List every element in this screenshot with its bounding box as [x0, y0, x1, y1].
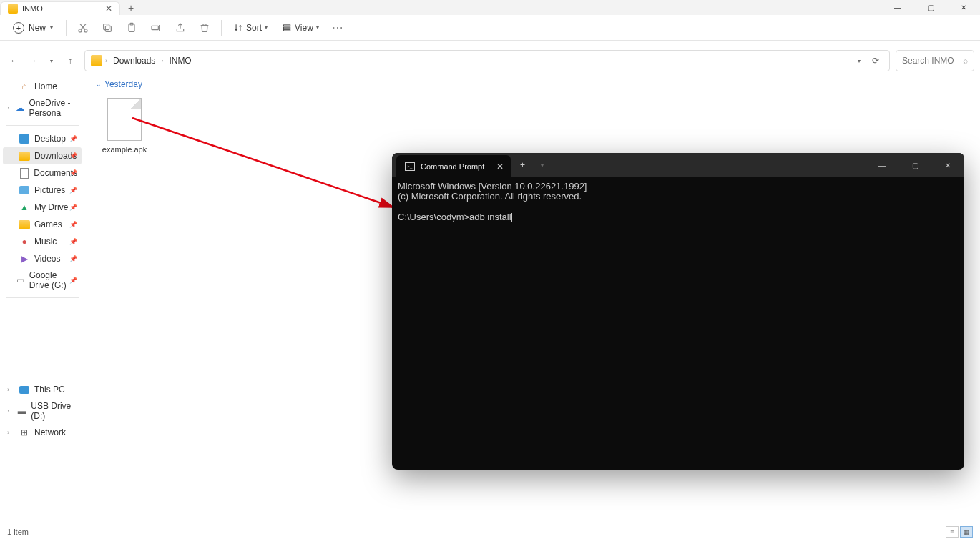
icons-view-button[interactable]: ▦	[960, 526, 973, 538]
details-view-button[interactable]: ≡	[946, 526, 959, 538]
pin-icon: 📌	[69, 255, 77, 262]
cmd-close-button[interactable]: ✕	[931, 153, 964, 177]
cmd-titlebar: >_ Command Prompt ✕ + ▾ — ▢ ✕	[392, 153, 964, 177]
sidebar-item-label: Music	[34, 237, 57, 247]
maximize-button[interactable]: ▢	[914, 0, 947, 15]
breadcrumb-downloads[interactable]: Downloads	[110, 54, 158, 67]
paste-button[interactable]	[121, 18, 142, 38]
plus-icon: +	[13, 22, 24, 34]
tab-title: INMO	[22, 4, 101, 13]
view-button[interactable]: View ▾	[276, 20, 325, 36]
pc-icon	[19, 384, 30, 395]
cmd-tab[interactable]: >_ Command Prompt ✕	[396, 155, 511, 177]
sidebar-item-home[interactable]: ⌂ Home	[3, 78, 82, 95]
titlebar: INMO ✕ + — ▢ ✕	[0, 0, 980, 15]
chevron-right-icon: ›	[7, 104, 11, 112]
cmd-output[interactable]: Microsoft Windows [Version 10.0.22621.19…	[392, 177, 964, 227]
minimize-button[interactable]: —	[881, 0, 914, 15]
breadcrumb-inmo[interactable]: INMO	[166, 54, 194, 67]
sidebar-item-label: Games	[34, 219, 62, 229]
cmd-maximize-button[interactable]: ▢	[898, 153, 931, 177]
cmd-line-3: C:\Users\codym>adb install	[398, 212, 511, 222]
sidebar-item-pictures[interactable]: Pictures📌	[3, 182, 82, 199]
new-tab-button[interactable]: +	[120, 0, 142, 15]
cloud-icon: ☁	[16, 102, 24, 114]
music-icon: ●	[19, 236, 30, 247]
sidebar-item-label: Videos	[34, 254, 60, 264]
terminal-icon: >_	[405, 162, 415, 171]
more-button[interactable]: ···	[328, 18, 349, 38]
pin-icon: 📌	[69, 135, 77, 142]
sidebar-item-usb-drive-d-[interactable]: ›▬USB Drive (D:)	[3, 398, 82, 424]
desktop-icon	[19, 133, 30, 144]
recent-button[interactable]: ▾	[46, 55, 57, 66]
group-header-yesterday[interactable]: ⌄ Yesterday	[96, 76, 969, 92]
cursor	[511, 213, 512, 222]
refresh-button[interactable]: ⟳	[868, 56, 883, 66]
gdrive-icon: ▲	[19, 202, 30, 213]
sidebar-item-label: USB Drive (D:)	[31, 401, 77, 421]
svg-rect-9	[283, 29, 290, 31]
new-button[interactable]: + New ▾	[6, 19, 60, 36]
chevron-right-icon: ›	[105, 57, 107, 64]
chevron-right-icon: ›	[7, 386, 14, 393]
sidebar-item-downloads[interactable]: Downloads📌	[3, 147, 82, 164]
chevron-down-icon: ⌄	[96, 81, 102, 88]
address-bar[interactable]: › Downloads › INMO ▾ ⟳	[84, 50, 890, 71]
chevron-down-icon: ▾	[50, 24, 53, 31]
window-controls: — ▢ ✕	[881, 0, 980, 15]
sort-button[interactable]: Sort ▾	[227, 20, 273, 36]
view-toggle: ≡ ▦	[946, 526, 973, 538]
new-label: New	[29, 23, 46, 33]
copy-button[interactable]	[97, 18, 118, 38]
cmd-tab-close-icon[interactable]: ✕	[496, 162, 504, 172]
back-button[interactable]: ←	[9, 55, 20, 66]
tab-close-icon[interactable]: ✕	[105, 4, 112, 14]
svg-rect-6	[152, 26, 158, 29]
rename-button[interactable]	[145, 18, 167, 38]
file-item[interactable]: example.apk	[96, 98, 153, 154]
drive-icon: ▭	[16, 275, 24, 286]
command-prompt-window: >_ Command Prompt ✕ + ▾ — ▢ ✕ Microsoft …	[392, 153, 964, 470]
folder-icon	[91, 55, 102, 66]
pin-icon: 📌	[69, 238, 77, 245]
cmd-minimize-button[interactable]: —	[866, 153, 898, 177]
cut-button[interactable]	[72, 18, 94, 38]
up-button[interactable]: ↑	[64, 55, 76, 66]
svg-rect-2	[105, 26, 111, 31]
pin-icon: 📌	[69, 152, 77, 159]
cmd-line-1: (c) Microsoft Corporation. All rights re…	[398, 191, 582, 202]
sidebar-item-onedrive[interactable]: › ☁ OneDrive - Persona	[3, 95, 82, 121]
chevron-right-icon: ›	[7, 429, 14, 436]
delete-button[interactable]	[194, 18, 215, 38]
sidebar: ⌂ Home › ☁ OneDrive - Persona Desktop📌Do…	[0, 74, 84, 525]
sidebar-item-videos[interactable]: ▶Videos📌	[3, 250, 82, 267]
address-dropdown-icon[interactable]: ▾	[853, 58, 865, 64]
home-icon: ⌂	[19, 81, 30, 92]
close-button[interactable]: ✕	[947, 0, 980, 15]
explorer-tab[interactable]: INMO ✕	[0, 1, 120, 15]
group-label: Yesterday	[104, 79, 142, 89]
sidebar-item-network[interactable]: ›⊞Network	[3, 424, 82, 441]
sidebar-item-desktop[interactable]: Desktop📌	[3, 130, 82, 147]
search-box[interactable]: ⌕	[896, 50, 974, 71]
share-button[interactable]	[170, 18, 191, 38]
sidebar-item-music[interactable]: ●Music📌	[3, 233, 82, 250]
search-input[interactable]	[902, 56, 959, 66]
cmd-dropdown-button[interactable]: ▾	[534, 153, 551, 177]
network-icon: ⊞	[19, 427, 30, 438]
sidebar-item-google-drive-g-[interactable]: ▭Google Drive (G:)📌	[3, 267, 82, 293]
cmd-new-tab-button[interactable]: +	[511, 157, 534, 173]
chevron-right-icon: ›	[161, 57, 163, 64]
sort-label: Sort	[246, 23, 262, 33]
sidebar-item-games[interactable]: Games📌	[3, 216, 82, 233]
svg-rect-7	[283, 24, 290, 26]
sidebar-item-my-drive[interactable]: ▲My Drive📌	[3, 199, 82, 216]
sidebar-item-label: This PC	[34, 385, 65, 395]
svg-point-1	[84, 29, 87, 32]
forward-button[interactable]: →	[27, 55, 39, 66]
svg-point-0	[79, 29, 82, 32]
sidebar-item-documents[interactable]: Documents📌	[3, 164, 82, 182]
pin-icon: 📌	[69, 277, 77, 284]
sidebar-item-this-pc[interactable]: ›This PC	[3, 381, 82, 398]
